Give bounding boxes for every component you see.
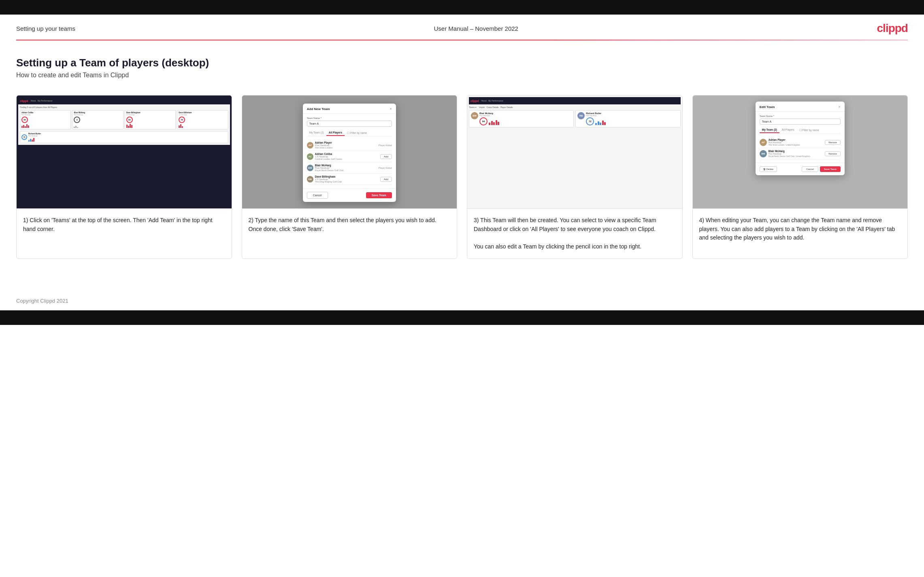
all-players-tab[interactable]: All Players [779,127,797,133]
team-name-input[interactable]: Team A [760,119,841,125]
ss1-player-sub: Plus Handicap [28,135,41,137]
ss1-bar [126,125,128,128]
ss1-player-card: Blair McHarg Plus Handicap 0 [72,110,123,129]
player-row: AC Adrian Coliba 1.5 Handicap Central Lo… [307,151,392,162]
save-team-button[interactable]: Save Team [366,192,392,198]
filter-by-name-tab[interactable]: ☐ Filter by name [345,130,369,136]
clippd-logo: clippd [877,22,908,35]
card-2-text: 2) Type the name of this Team and then s… [242,209,457,259]
player-info: Dave Billingham 1.5 Handicap The Ding Ma… [315,175,342,183]
filter-checkbox-icon: ☐ [347,132,349,135]
ss1-bar [30,139,31,142]
dialog-body: Team Name * Team A My Team (2) All Playe… [303,114,396,188]
card-1: clippd Home My Performance Finding 5 out… [16,95,232,259]
player-club: The Ding Maging Golf Club [315,180,342,183]
ss3-logo: clippd [471,100,479,102]
header: Setting up your teams User Manual – Nove… [0,15,924,40]
team-name-label: Team Name * [760,115,841,117]
ss1-players-grid: Adrian Coliba Plus Handicap 84 [20,110,228,129]
ss1-filter-text: Finding 5 out of 8 players from All Play… [20,106,57,108]
player-club: Central London Golf Centre [315,158,342,160]
ss1-player-name: Adrian Coliba [21,112,69,114]
add-player-button[interactable]: Add [380,177,392,182]
ss3-avatar: BM [471,112,478,119]
ss1-bars [28,138,41,142]
ss1-bar [131,125,132,128]
ss1-bars [179,124,226,128]
edit-player-row: AP Adrian Player Plus Handicap The Shire… [760,137,841,148]
ss1-bar [21,126,23,128]
my-team-tab[interactable]: My Team (2) [307,130,326,136]
my-team-tab[interactable]: My Team (2) [760,127,779,133]
screenshot-4: Edit Team × Team Name * Team A My Team (… [693,95,908,209]
header-manual-title: User Manual – November 2022 [434,25,518,32]
player-name: Dave Billingham [315,175,342,178]
dialog-title: Add New Team [307,107,330,111]
player-club: The Shire London, United Kingdom [769,144,800,146]
ss1-bars [126,124,174,128]
ss3-player-info: Richard Butler Plus Handicap 72 [586,112,678,125]
player-info: Adrian Coliba 1.5 Handicap Central Londo… [315,153,342,160]
ss1-player-card-bottom: 72 Richard Butler Plus Handicap [20,131,228,143]
team-name-input[interactable]: Team A [307,121,392,127]
ss1-player-sub: Plus Handicap [21,114,69,116]
ss1-bar [75,126,77,128]
edit-player-left: BM Blair McHarg Plus Handicap Royal Nort… [760,150,810,157]
ss1-player-sub: 1.5 Handicap [179,114,226,116]
ss1-bar [182,126,183,128]
dialog-close-icon[interactable]: × [390,107,392,111]
ss3-bar [489,123,490,125]
all-players-tab[interactable]: All Players [326,130,345,136]
remove-player-button[interactable]: Remove [825,151,840,156]
edit-dialog-header: Edit Team × [756,102,845,112]
player-left: BM Blair McHarg Plus Handicap Royal Nort… [307,164,344,172]
player-left: AC Adrian Coliba 1.5 Handicap Central Lo… [307,153,342,160]
player-left: AP Adrian Player Plus Handicap The Shire… [307,141,333,149]
player-added-badge: Player Added [379,167,392,169]
ss1-bar [77,127,78,128]
players-list: AP Adrian Player Plus Handicap The Shire… [307,140,392,185]
add-player-button[interactable]: Add [380,154,392,159]
player-club: Royal North Devon Golf Club [315,169,344,172]
cancel-button[interactable]: Cancel [307,192,328,199]
ss3-score: 72 [586,117,594,125]
ss1-logo: clippd [20,100,28,102]
ss1-player-name: Dave Billingham [126,112,174,114]
ss1-bar [32,140,33,142]
ss1-bar [26,124,28,128]
avatar: BM [760,150,767,157]
header-section-label: Setting up your teams [16,25,75,32]
player-name: Adrian Player [769,138,800,141]
ss3-player-info: Blair McHarg Plus Handicap 94 [479,112,572,125]
ss3-bar [595,123,597,125]
avatar: BM [307,165,313,171]
bottom-bar [0,310,924,325]
filter-checkbox-icon: ☐ [799,129,802,132]
ss1-bars [21,124,69,128]
ss1-score-badge: 94 [126,117,133,123]
remove-player-button[interactable]: Remove [825,140,840,145]
filter-tab[interactable]: ☐ Filter by name [797,127,822,133]
ss3-bar [496,120,497,125]
player-added-badge: Player Added [379,144,392,146]
ss1-player-sub: Plus Handicap [74,114,121,116]
screenshot-3: clippd Home My Performance Teams ▾ Impor… [467,95,682,209]
ss1-nav-items: Home My Performance [31,100,53,102]
edit-dialog-close-icon[interactable]: × [838,105,840,109]
ss3-bars [595,118,606,125]
team-name-label: Team Name * [307,117,392,119]
ss1-bar [130,124,131,128]
ss1-bar [28,125,29,128]
ss3-period-select: Import Comp Details Player Details [479,106,513,108]
main-content: Setting up a Team of players (desktop) H… [0,40,924,291]
save-team-button[interactable]: Save Team [820,166,841,172]
ss3-score: 94 [479,117,488,125]
ss3-player-cards: BM Blair McHarg Plus Handicap 94 [469,110,681,127]
screenshot-1: clippd Home My Performance Finding 5 out… [17,95,232,209]
avatar: DB [307,176,313,182]
ss3-bar [498,122,499,125]
player-info: Adrian Player Plus Handicap The Shire Lo… [315,141,333,149]
cancel-button[interactable]: Cancel [802,166,818,172]
ss1-player-card: Adrian Coliba Plus Handicap 84 [20,110,71,129]
delete-team-button[interactable]: 🗑 Delete [760,166,777,172]
